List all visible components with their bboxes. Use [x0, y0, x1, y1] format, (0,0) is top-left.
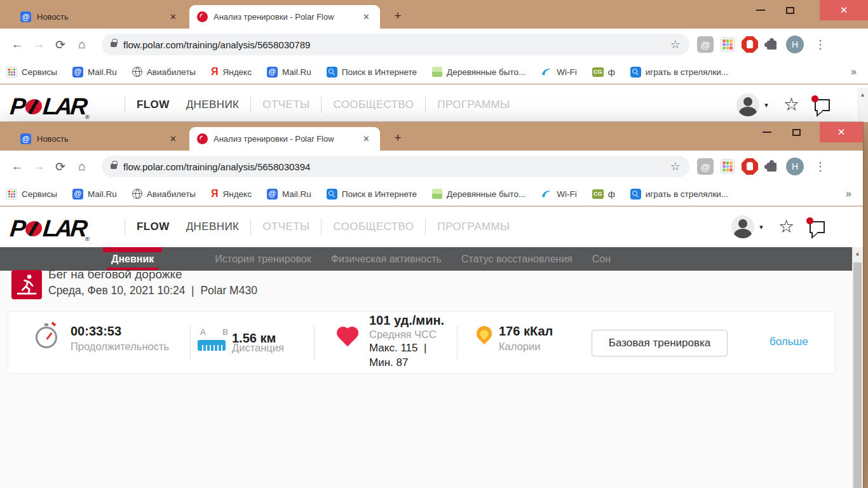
address-bar[interactable]: flow.polar.com/training/analysis/5658030… — [102, 34, 689, 55]
bookmark-shooter[interactable]: играть в стрелялки... — [630, 67, 728, 78]
visual-bookmarks-extension-icon[interactable] — [721, 37, 735, 51]
user-avatar[interactable] — [736, 93, 759, 116]
feedback-icon[interactable] — [815, 99, 830, 111]
home-icon[interactable]: ⌂ — [71, 156, 93, 177]
bookmark-services[interactable]: Сервисы — [6, 67, 57, 78]
nav-item-programs[interactable]: ПРОГРАММЫ — [437, 220, 510, 233]
extensions-puzzle-icon[interactable] — [765, 159, 779, 173]
adblock-extension-icon[interactable] — [742, 158, 758, 175]
tab-polar-flow[interactable]: Анализ тренировки - Polar Flow ✕ — [189, 5, 380, 29]
bookmark-mailru[interactable]: @Mail.Ru — [72, 67, 117, 78]
url-text[interactable]: flow.polar.com/training/analysis/5658030… — [123, 161, 310, 172]
menu-dots-icon[interactable]: ⋮ — [811, 159, 830, 173]
scrollbar-thumb[interactable] — [853, 262, 862, 488]
new-tab-button[interactable]: + — [389, 7, 407, 25]
tab-polar-flow[interactable]: Анализ тренировки - Polar Flow ✕ — [189, 127, 380, 151]
close-tab-icon[interactable]: ✕ — [360, 134, 372, 144]
scroll-up-icon[interactable]: ▲ — [852, 250, 863, 257]
training-benefit-button[interactable]: Базовая тренировка — [592, 330, 728, 356]
scrollbar[interactable]: ▲ — [857, 88, 868, 122]
subnav-history[interactable]: История тренировок — [215, 254, 311, 265]
bookmark-yandex[interactable]: ЯЯндекс — [211, 66, 252, 78]
nav-item-community[interactable]: СООБЩЕСТВО — [333, 98, 414, 111]
training-title: Бег на беговой дорожке — [48, 268, 182, 281]
polar-logo[interactable]: PLAR® — [9, 215, 92, 242]
nav-item-reports[interactable]: ОТЧЕТЫ — [262, 98, 309, 111]
mailru-extension-icon[interactable]: @ — [697, 36, 714, 53]
url-text[interactable]: flow.polar.com/training/analysis/5658030… — [123, 39, 310, 50]
bookmark-wifi[interactable]: Wi-Fi — [541, 189, 576, 199]
cg-icon: CG — [592, 189, 604, 199]
close-tab-icon[interactable]: ✕ — [360, 12, 372, 22]
close-tab-icon[interactable]: ✕ — [167, 134, 179, 144]
bookmarks-overflow-icon[interactable]: » — [846, 188, 857, 200]
subnav-recovery[interactable]: Статус восстановления — [461, 254, 573, 265]
scrollbar[interactable]: ▲ — [852, 247, 863, 488]
tab-novost[interactable]: @ Новость ✕ — [14, 127, 186, 151]
bookmarks-overflow-icon[interactable]: » — [851, 66, 862, 78]
new-tab-button[interactable]: + — [389, 129, 407, 147]
wifi-icon — [541, 189, 552, 199]
adblock-extension-icon[interactable] — [742, 36, 758, 53]
mailru-extension-icon[interactable]: @ — [697, 158, 714, 175]
maximize-button[interactable] — [775, 0, 804, 20]
user-avatar[interactable] — [731, 215, 754, 238]
bookmark-wooden[interactable]: Деревянные быто... — [432, 189, 526, 199]
bookmark-services[interactable]: Сервисы — [6, 189, 57, 200]
bookmark-mailru2[interactable]: @Mail.Ru — [267, 67, 311, 78]
tab-novost[interactable]: @ Новость ✕ — [14, 5, 186, 29]
scroll-up-icon[interactable]: ▲ — [857, 92, 868, 98]
nav-item-reports[interactable]: ОТЧЕТЫ — [262, 220, 309, 233]
nav-item-flow[interactable]: FLOW — [137, 220, 170, 233]
address-bar[interactable]: flow.polar.com/training/analysis/5658030… — [102, 156, 689, 177]
reload-icon[interactable]: ⟳ — [50, 34, 71, 55]
back-icon[interactable]: ← — [6, 156, 28, 177]
close-window-button[interactable]: ✕ — [820, 0, 868, 20]
bookmark-wooden[interactable]: Деревянные быто... — [432, 67, 526, 77]
bookmark-mailru2[interactable]: @Mail.Ru — [267, 189, 311, 200]
nav-item-programs[interactable]: ПРОГРАММЫ — [437, 98, 510, 111]
maximize-button[interactable] — [782, 122, 811, 142]
bookmark-yandex[interactable]: ЯЯндекс — [211, 188, 252, 200]
minimize-button[interactable] — [752, 122, 782, 142]
minimize-button[interactable] — [746, 0, 775, 20]
subnav-sleep[interactable]: Сон — [592, 254, 611, 265]
bookmark-cg[interactable]: CGф — [592, 189, 615, 199]
more-link[interactable]: больше — [770, 336, 808, 348]
close-window-button[interactable]: ✕ — [820, 122, 863, 142]
bookmark-search[interactable]: Поиск в Интернете — [327, 189, 417, 200]
polar-logo[interactable]: PLAR® — [9, 93, 92, 120]
nav-item-diary[interactable]: ДНЕВНИК — [186, 98, 240, 111]
reload-icon[interactable]: ⟳ — [50, 156, 71, 177]
forward-icon[interactable]: → — [28, 34, 50, 55]
bookmark-mailru[interactable]: @Mail.Ru — [72, 189, 117, 200]
bookmark-cg[interactable]: CGф — [592, 67, 615, 77]
bookmark-search[interactable]: Поиск в Интернете — [327, 67, 417, 78]
favorites-star-icon[interactable]: ☆ — [778, 218, 794, 236]
bookmark-star-icon[interactable]: ☆ — [670, 159, 681, 173]
feedback-icon[interactable] — [810, 221, 825, 233]
profile-avatar[interactable]: H — [786, 36, 804, 53]
nav-item-community[interactable]: СООБЩЕСТВО — [333, 220, 414, 233]
bookmark-avia[interactable]: Авиабилеты — [132, 67, 196, 77]
apps-grid-icon — [6, 189, 17, 200]
close-tab-icon[interactable]: ✕ — [167, 12, 179, 22]
subnav-activity[interactable]: Физическая активность — [331, 254, 442, 265]
bookmark-star-icon[interactable]: ☆ — [670, 37, 681, 51]
back-icon[interactable]: ← — [6, 34, 28, 55]
extensions-puzzle-icon[interactable] — [765, 37, 779, 51]
nav-item-diary[interactable]: ДНЕВНИК — [186, 220, 240, 233]
bookmark-wifi[interactable]: Wi-Fi — [541, 67, 576, 77]
visual-bookmarks-extension-icon[interactable] — [721, 159, 735, 173]
forward-icon[interactable]: → — [28, 156, 50, 177]
profile-avatar[interactable]: H — [786, 158, 804, 175]
bookmark-shooter[interactable]: играть в стрелялки... — [630, 189, 728, 200]
chevron-down-icon[interactable]: ▾ — [764, 101, 768, 109]
favorites-star-icon[interactable]: ☆ — [783, 96, 799, 114]
menu-dots-icon[interactable]: ⋮ — [811, 37, 830, 51]
subnav-diary[interactable]: Дневник — [108, 254, 157, 265]
bookmark-avia[interactable]: Авиабилеты — [132, 189, 196, 199]
home-icon[interactable]: ⌂ — [71, 34, 93, 55]
nav-item-flow[interactable]: FLOW — [137, 98, 170, 111]
chevron-down-icon[interactable]: ▾ — [759, 223, 763, 231]
